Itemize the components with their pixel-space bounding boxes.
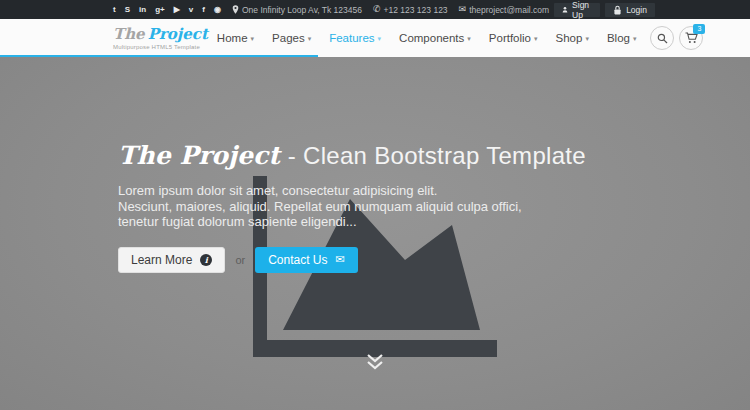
cart-count-badge: 3 xyxy=(693,24,705,34)
nav-item-portfolio[interactable]: Portfolio ▾ xyxy=(480,19,547,57)
logo-text: TheProject xyxy=(113,27,208,42)
skype-icon[interactable]: S xyxy=(125,6,130,14)
facebook-icon[interactable]: f xyxy=(202,6,205,14)
chevron-down-icon: ▾ xyxy=(467,35,471,42)
or-text: or xyxy=(235,254,245,266)
nav-item-blog[interactable]: Blog ▾ xyxy=(598,19,646,57)
nav-item-label: Pages xyxy=(272,19,305,57)
chevron-down-icon: ▾ xyxy=(378,35,382,42)
nav-item-label: Blog xyxy=(607,19,630,57)
lock-icon xyxy=(613,5,622,15)
logo-tagline: Multipurpose HTML5 Template xyxy=(113,44,208,50)
twitter-icon[interactable]: t xyxy=(113,6,116,14)
nav-item-label: Features xyxy=(329,19,374,57)
navbar-inner: TheProject Multipurpose HTML5 Template H… xyxy=(113,19,637,57)
hero-paragraph-line: Nesciunt, maiores, aliquid. Repellat eum… xyxy=(118,199,586,215)
youtube-icon[interactable]: ▶ xyxy=(174,6,180,14)
search-button[interactable] xyxy=(650,26,674,50)
location-text: One Infinity Loop Av, Tk 123456 xyxy=(242,5,362,15)
hero-paragraph: Lorem ipsum dolor sit amet, consectetur … xyxy=(118,183,586,230)
hero-section: The Project - Clean Bootstrap Template L… xyxy=(0,57,750,410)
logo-project: Project xyxy=(148,25,208,43)
hero-buttons: Learn More i or Contact Us ✉ xyxy=(118,247,586,273)
social-links: t S in g+ ▶ v f ◉ xyxy=(113,6,221,14)
main-menu: Home ▾ Pages ▾ Features ▾ Components ▾ P… xyxy=(208,19,646,57)
search-icon xyxy=(657,33,668,44)
chevron-down-icon: ▾ xyxy=(534,35,538,42)
learn-more-button[interactable]: Learn More i xyxy=(118,247,225,273)
chevron-down-icon: ▾ xyxy=(585,35,589,42)
nav-item-label: Portfolio xyxy=(489,19,531,57)
cart-button[interactable]: 3 xyxy=(679,26,703,50)
user-icon xyxy=(562,5,568,14)
topbar: t S in g+ ▶ v f ◉ One Infinity Loop Av, … xyxy=(0,0,750,19)
hero-title: The Project - Clean Bootstrap Template xyxy=(118,141,586,170)
navbar-icons: 3 xyxy=(645,26,703,50)
navbar: TheProject Multipurpose HTML5 Template H… xyxy=(0,19,750,57)
chevron-down-icon: ▾ xyxy=(308,35,312,42)
login-label: Login xyxy=(626,5,647,15)
chevron-down-icon: ▾ xyxy=(633,35,637,42)
phone-icon: ✆ xyxy=(373,5,381,14)
hero-paragraph-line: Lorem ipsum dolor sit amet, consectetur … xyxy=(118,183,586,199)
contact-us-button[interactable]: Contact Us ✉ xyxy=(255,247,358,273)
scroll-down-chevron[interactable] xyxy=(366,353,384,370)
hero-title-rest: - Clean Bootstrap Template xyxy=(288,142,586,170)
nav-item-pages[interactable]: Pages ▾ xyxy=(263,19,320,57)
logo-the: The xyxy=(113,25,145,43)
contact-us-label: Contact Us xyxy=(268,253,327,267)
phone-info: ✆ +12 123 123 123 xyxy=(373,5,448,15)
nav-item-label: Home xyxy=(217,19,248,57)
learn-more-label: Learn More xyxy=(131,253,192,267)
sign-up-label: Sign Up xyxy=(572,0,592,20)
topbar-inner: t S in g+ ▶ v f ◉ One Infinity Loop Av, … xyxy=(113,0,637,19)
hero-title-script: The Project xyxy=(118,141,280,170)
phone-text: +12 123 123 123 xyxy=(384,5,448,15)
nav-item-label: Components xyxy=(399,19,464,57)
page: t S in g+ ▶ v f ◉ One Infinity Loop Av, … xyxy=(0,0,750,410)
login-button[interactable]: Login xyxy=(605,3,655,17)
map-pin-icon xyxy=(232,5,239,14)
nav-item-home[interactable]: Home ▾ xyxy=(208,19,263,57)
google-plus-icon[interactable]: g+ xyxy=(155,6,165,14)
email-info: ✉ theproject@mail.com xyxy=(459,5,550,15)
hero-content: The Project - Clean Bootstrap Template L… xyxy=(118,141,586,273)
info-icon: i xyxy=(200,254,212,266)
dribbble-icon[interactable]: ◉ xyxy=(214,6,221,14)
envelope-icon: ✉ xyxy=(336,254,345,265)
nav-item-components[interactable]: Components ▾ xyxy=(390,19,480,57)
nav-item-label: Shop xyxy=(556,19,583,57)
nav-item-shop[interactable]: Shop ▾ xyxy=(547,19,598,57)
hero-paragraph-line: tenetur fugiat dolorum sapiente eligendi… xyxy=(118,214,586,230)
location-info: One Infinity Loop Av, Tk 123456 xyxy=(232,5,362,15)
logo[interactable]: TheProject Multipurpose HTML5 Template xyxy=(113,27,208,50)
envelope-icon: ✉ xyxy=(459,5,467,14)
sign-up-button[interactable]: Sign Up xyxy=(554,3,600,17)
vimeo-icon[interactable]: v xyxy=(189,6,193,14)
linkedin-icon[interactable]: in xyxy=(139,6,146,14)
email-text: theproject@mail.com xyxy=(469,5,549,15)
nav-item-features[interactable]: Features ▾ xyxy=(320,19,390,57)
chevron-down-icon: ▾ xyxy=(251,35,255,42)
